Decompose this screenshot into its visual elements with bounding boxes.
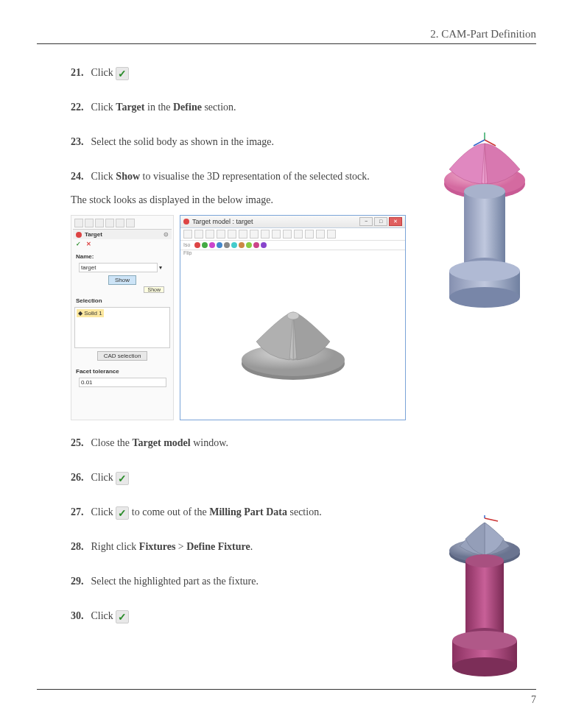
color-swatch-icon[interactable] <box>246 242 252 248</box>
svg-point-9 <box>464 184 505 199</box>
tab-icon[interactable] <box>116 219 124 227</box>
color-swatch-icon[interactable] <box>224 242 230 248</box>
viewer-color-toolbar: Iso <box>180 241 405 250</box>
svg-rect-8 <box>464 191 505 265</box>
step-text: Click <box>91 171 116 182</box>
step-number: 26. <box>71 470 88 485</box>
svg-point-13 <box>449 287 520 308</box>
svg-point-2 <box>287 312 299 319</box>
tab-icon[interactable] <box>74 219 83 227</box>
confirm-icon[interactable]: ✓ <box>76 241 81 247</box>
color-swatch-icon[interactable] <box>217 242 222 248</box>
bold-term: Target <box>116 102 144 113</box>
toolbar-icon[interactable] <box>183 230 192 238</box>
app-icon <box>183 219 189 225</box>
color-swatch-icon[interactable] <box>209 242 215 248</box>
target-dot-icon <box>76 232 82 238</box>
document-page: 2. CAM-Part Definition 21. Click 22. Cli… <box>0 0 573 728</box>
toolbar-icon[interactable] <box>228 230 236 238</box>
step-number: 25. <box>71 435 88 450</box>
show-button[interactable]: Show <box>108 275 136 285</box>
impeller-gray-illustration <box>227 290 359 386</box>
target-model-window: Target model : target − □ ✕ <box>180 215 406 420</box>
selection-list[interactable]: ◆ Solid 1 <box>74 307 170 348</box>
step-text: Select the highlighted part as the fixtu… <box>91 576 259 587</box>
page-number: 7 <box>531 694 536 705</box>
color-swatch-icon[interactable] <box>239 242 245 248</box>
viewer-toolbar <box>180 228 405 241</box>
toolbar-icon[interactable] <box>261 230 270 238</box>
cancel-icon[interactable]: ✕ <box>86 241 91 247</box>
toolbar-icon[interactable] <box>283 230 292 238</box>
step-text: in the <box>145 102 174 113</box>
toolbar-icon[interactable] <box>205 230 214 238</box>
tab-icon[interactable] <box>105 219 114 227</box>
viewer-3d-area[interactable] <box>180 255 405 420</box>
step-text: Click <box>91 506 116 517</box>
bold-term: Target model <box>133 437 191 448</box>
toolbar-icon[interactable] <box>250 230 259 238</box>
step-number: 28. <box>71 539 88 554</box>
toolbar-icon[interactable] <box>194 230 203 238</box>
panel-actions: ✓ ✕ <box>73 239 172 249</box>
facet-input[interactable]: 0.01 <box>79 378 166 387</box>
step-number: 23. <box>71 134 88 149</box>
toolbar-icon[interactable] <box>272 230 281 238</box>
facet-label: Facet tolerance <box>73 367 172 376</box>
close-icon[interactable]: ✕ <box>389 217 402 226</box>
step-text: > <box>175 541 186 552</box>
svg-point-19 <box>465 554 504 568</box>
target-panel: Target ⊙ ✓ ✕ Name: target ▾ Show Show Se… <box>71 215 174 420</box>
name-input[interactable]: target <box>79 263 158 272</box>
bold-term: Milling Part Data <box>209 506 287 517</box>
minimize-icon[interactable]: − <box>359 217 373 226</box>
panel-tab-icons <box>73 217 172 230</box>
bold-term: Define Fixture <box>186 541 250 552</box>
svg-line-15 <box>485 518 498 521</box>
name-label: Name: <box>73 252 172 261</box>
check-icon <box>116 506 129 520</box>
color-swatch-icon[interactable] <box>194 242 200 248</box>
toolbar-icon[interactable] <box>294 230 303 238</box>
color-swatch-icon[interactable] <box>261 242 267 248</box>
section-title: 2. CAM-Part Definition <box>430 28 536 40</box>
figure-fixture-body <box>433 515 536 685</box>
step-number: 27. <box>71 504 88 520</box>
step-26: 26. Click <box>71 470 536 485</box>
color-swatch-icon[interactable] <box>202 242 208 248</box>
step-22: 22. Click Target in the Define section. <box>71 99 536 115</box>
color-swatch-icon[interactable] <box>253 242 259 248</box>
tab-icon[interactable] <box>95 219 104 227</box>
toolbar-icon[interactable] <box>327 230 336 238</box>
check-icon <box>116 472 129 485</box>
window-title: Target model : target <box>192 218 253 225</box>
list-item[interactable]: ◆ Solid 1 <box>77 309 104 317</box>
window-titlebar: Target model : target − □ ✕ <box>180 216 405 228</box>
svg-point-22 <box>452 631 517 650</box>
selection-label: Selection <box>73 296 172 305</box>
step-number: 22. <box>71 99 88 115</box>
step-number: 29. <box>71 573 88 589</box>
tab-icon[interactable] <box>85 219 94 227</box>
toolbar-icon[interactable] <box>305 230 314 238</box>
toolbar-icon[interactable] <box>239 230 247 238</box>
flip-label: Flip <box>180 250 405 255</box>
step-text: Click <box>91 102 116 113</box>
maximize-icon[interactable]: □ <box>374 217 387 226</box>
color-swatch-icon[interactable] <box>231 242 237 248</box>
step-text: Select the solid body as shown in the im… <box>91 136 274 147</box>
step-text: Close the <box>91 437 133 448</box>
step-text: Click <box>91 472 116 483</box>
step-text: window. <box>191 437 228 448</box>
step-text: to come out of the <box>132 506 209 517</box>
step-text: Click <box>91 610 116 621</box>
step-number: 21. <box>71 65 88 80</box>
check-icon <box>116 610 129 623</box>
step-text: section. <box>202 102 236 113</box>
toolbar-icon[interactable] <box>316 230 325 238</box>
cad-selection-button[interactable]: CAD selection <box>97 351 148 361</box>
collapse-icon[interactable]: ⊙ <box>164 231 169 238</box>
tab-icon[interactable] <box>126 219 135 227</box>
dropdown-arrow-icon[interactable]: ▾ <box>159 264 162 271</box>
toolbar-icon[interactable] <box>217 230 225 238</box>
